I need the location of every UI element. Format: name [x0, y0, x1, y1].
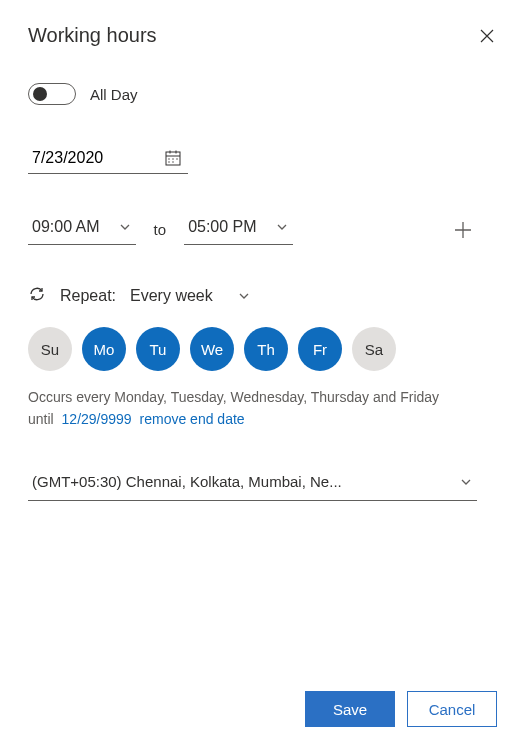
- day-toggle-sa[interactable]: Sa: [352, 327, 396, 371]
- all-day-label: All Day: [90, 86, 138, 103]
- close-icon: [479, 28, 495, 44]
- day-toggle-fr[interactable]: Fr: [298, 327, 342, 371]
- all-day-toggle[interactable]: [28, 83, 76, 105]
- filler: [28, 501, 477, 591]
- save-button[interactable]: Save: [305, 691, 395, 727]
- date-row: [28, 145, 477, 174]
- working-hours-dialog: Working hours All Day 09:00 AM: [0, 0, 525, 751]
- chevron-down-icon: [118, 220, 132, 234]
- all-day-row: All Day: [28, 83, 477, 105]
- timezone-select[interactable]: (GMT+05:30) Chennai, Kolkata, Mumbai, Ne…: [28, 467, 477, 501]
- dialog-title: Working hours: [28, 24, 157, 47]
- repeat-label: Repeat:: [60, 287, 116, 305]
- plus-icon: [452, 219, 474, 241]
- time-row: 09:00 AM to 05:00 PM: [28, 214, 477, 245]
- cancel-button[interactable]: Cancel: [407, 691, 497, 727]
- days-row: SuMoTuWeThFrSa: [28, 327, 477, 371]
- day-toggle-mo[interactable]: Mo: [82, 327, 126, 371]
- day-toggle-su[interactable]: Su: [28, 327, 72, 371]
- start-time-value: 09:00 AM: [32, 218, 100, 236]
- to-label: to: [154, 221, 167, 238]
- close-button[interactable]: [477, 26, 497, 46]
- until-label: until: [28, 411, 54, 427]
- occurrence-text: Occurs every Monday, Tuesday, Wednesday,…: [28, 387, 477, 408]
- repeat-value: Every week: [130, 287, 213, 305]
- day-toggle-th[interactable]: Th: [244, 327, 288, 371]
- chevron-down-icon: [237, 289, 251, 303]
- toggle-thumb: [33, 87, 47, 101]
- timezone-value: (GMT+05:30) Chennai, Kolkata, Mumbai, Ne…: [32, 473, 342, 490]
- dialog-footer: Save Cancel: [28, 671, 497, 727]
- date-input[interactable]: [28, 145, 188, 174]
- repeat-row: Repeat: Every week: [28, 285, 477, 307]
- start-time-select[interactable]: 09:00 AM: [28, 214, 136, 245]
- repeat-icon: [28, 285, 46, 307]
- date-input-wrap: [28, 145, 188, 174]
- chevron-down-icon: [275, 220, 289, 234]
- until-row: until 12/29/9999 remove end date: [28, 411, 477, 427]
- day-toggle-we[interactable]: We: [190, 327, 234, 371]
- scroll-area[interactable]: All Day 09:00 AM to 05:00 PM: [28, 83, 497, 671]
- dialog-header: Working hours: [28, 24, 497, 47]
- add-time-button[interactable]: [449, 216, 477, 244]
- until-date-link[interactable]: 12/29/9999: [62, 411, 132, 427]
- end-time-select[interactable]: 05:00 PM: [184, 214, 292, 245]
- repeat-frequency-select[interactable]: Every week: [130, 287, 251, 305]
- remove-end-date-link[interactable]: remove end date: [140, 411, 245, 427]
- end-time-value: 05:00 PM: [188, 218, 256, 236]
- chevron-down-icon: [459, 475, 473, 489]
- day-toggle-tu[interactable]: Tu: [136, 327, 180, 371]
